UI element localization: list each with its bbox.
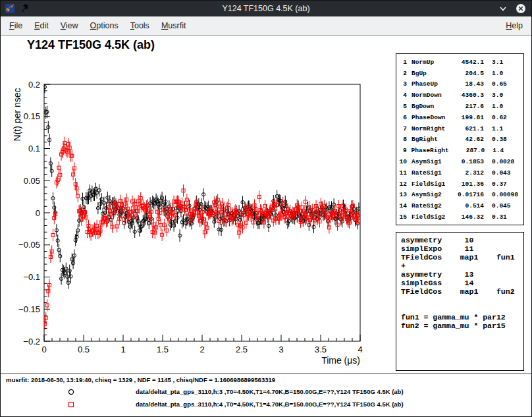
parameter-row: 7NormRight621.11.1 bbox=[396, 123, 523, 134]
legend-row: data/deltat_pta_gps_3110,h:3 ,T0=4.50K,T… bbox=[1, 387, 531, 398]
menu-edit[interactable]: Edit bbox=[28, 16, 55, 35]
svg-text:0: 0 bbox=[36, 208, 40, 218]
param-error: 0.045 bbox=[492, 202, 523, 209]
parameter-row: 11RateSig12.3120.043 bbox=[396, 167, 523, 179]
menu-musrfit[interactable]: Musrfit bbox=[155, 16, 192, 35]
svg-text:4: 4 bbox=[358, 345, 362, 354]
param-error: 0.0028 bbox=[492, 158, 523, 165]
parameter-row: 10AsymSig10.18530.0028 bbox=[396, 156, 523, 167]
param-value: 287.0 bbox=[449, 147, 485, 154]
param-number: 5 bbox=[396, 103, 407, 110]
param-number: 3 bbox=[396, 80, 407, 88]
theory-line: fun1 = gamma_mu * par12 bbox=[401, 313, 519, 321]
param-name: AsymSig1 bbox=[412, 158, 447, 165]
svg-text:0.15: 0.15 bbox=[24, 111, 40, 121]
param-name: PhaseRight bbox=[412, 147, 449, 154]
svg-text:−0.05: −0.05 bbox=[18, 240, 40, 250]
legend-label: data/deltat_pta_gps_3110,h:4 ,T0=4.50K,T… bbox=[136, 401, 404, 408]
svg-text:−0.15: −0.15 bbox=[18, 304, 40, 314]
svg-text:0.5: 0.5 bbox=[78, 345, 90, 354]
param-error: 3.0 bbox=[492, 92, 523, 99]
param-value: 0.1853 bbox=[447, 158, 484, 165]
theory-line: asymmetry 10 bbox=[401, 236, 519, 244]
param-error: 1.1 bbox=[492, 125, 523, 132]
menu-tools[interactable]: Tools bbox=[124, 16, 155, 35]
param-value: 42.62 bbox=[447, 136, 484, 143]
param-value: 0.514 bbox=[447, 202, 484, 209]
theory-line: simplExpo 11 bbox=[401, 244, 519, 253]
theory-line: asymmetry 13 bbox=[401, 270, 519, 279]
svg-text:0.05: 0.05 bbox=[24, 176, 40, 186]
theory-line bbox=[401, 296, 519, 304]
param-name: FieldSig2 bbox=[412, 213, 447, 221]
legend-row: data/deltat_pta_gps_3110,h:4 ,T0=4.50K,T… bbox=[1, 399, 531, 410]
param-value: 199.81 bbox=[447, 114, 484, 121]
theory-line: fun2 = gamma_mu * par15 bbox=[401, 321, 519, 330]
parameter-row: 1NormUp4542.13.1 bbox=[396, 57, 523, 68]
root-canvas[interactable]: Y124 TF150G 4.5K (ab) 00.511.522.533.54−… bbox=[1, 36, 531, 416]
param-number: 4 bbox=[396, 92, 407, 99]
param-error: 0.043 bbox=[492, 169, 523, 177]
svg-text:0.1: 0.1 bbox=[28, 144, 40, 153]
param-name: FieldSig1 bbox=[412, 181, 447, 188]
chevron-down-icon[interactable] bbox=[498, 3, 508, 14]
pin-icon[interactable] bbox=[20, 3, 30, 14]
footer-separator bbox=[1, 374, 531, 374]
param-name: BgUp bbox=[412, 70, 447, 77]
menu-options[interactable]: Options bbox=[84, 16, 124, 35]
param-number: 7 bbox=[396, 125, 407, 132]
parameter-row: 6PhaseDown199.810.62 bbox=[396, 112, 523, 123]
param-value: 2.312 bbox=[447, 169, 484, 177]
param-number: 11 bbox=[396, 169, 407, 177]
parameter-box[interactable]: 1NormUp4542.13.12BgUp204.51.03PhaseUp18.… bbox=[396, 53, 524, 225]
svg-text:Time (μs): Time (μs) bbox=[321, 355, 360, 366]
app-window: Y124 TF150G 4.5K (ab) FileEditViewOption… bbox=[0, 0, 532, 417]
param-name: RateSig1 bbox=[412, 169, 447, 177]
svg-text:0: 0 bbox=[41, 345, 46, 354]
menu-view[interactable]: View bbox=[55, 16, 84, 35]
param-value: 217.6 bbox=[447, 103, 484, 110]
theory-line: + bbox=[401, 262, 519, 270]
param-name: AsymSig2 bbox=[412, 191, 447, 198]
svg-text:0.2: 0.2 bbox=[28, 80, 40, 90]
parameter-row: 15FieldSig2146.320.31 bbox=[396, 211, 523, 223]
param-name: BgRight bbox=[412, 136, 447, 143]
param-name: NormUp bbox=[412, 59, 447, 66]
param-error: 0.62 bbox=[492, 114, 523, 121]
param-number: 9 bbox=[396, 147, 407, 154]
titlebar[interactable]: Y124 TF150G 4.5K (ab) bbox=[1, 1, 531, 16]
parameter-row: 3PhaseUp18.430.65 bbox=[396, 79, 523, 90]
theory-line bbox=[401, 304, 519, 313]
param-number: 14 bbox=[396, 202, 407, 209]
param-value: 204.5 bbox=[447, 70, 484, 77]
square-marker-icon bbox=[66, 400, 76, 409]
param-error: 1.4 bbox=[492, 147, 523, 154]
menubar: FileEditViewOptionsToolsMusrfit Help bbox=[1, 16, 531, 36]
param-error: 0.00098 bbox=[492, 191, 523, 198]
param-error: 1.0 bbox=[492, 103, 523, 110]
menu-file[interactable]: File bbox=[3, 16, 28, 35]
param-number: 6 bbox=[396, 114, 407, 121]
svg-text:3.5: 3.5 bbox=[315, 345, 327, 354]
param-number: 8 bbox=[396, 136, 407, 143]
param-name: NormRight bbox=[412, 125, 447, 132]
parameter-row: 14RateSig20.5140.045 bbox=[396, 200, 523, 211]
fit-status: musrfit: 2018-06-30, 13:19:40, chisq = 1… bbox=[6, 376, 275, 383]
param-name: BgDown bbox=[412, 103, 447, 110]
parameter-row: 12FieldSig1101.360.37 bbox=[396, 179, 523, 190]
close-icon[interactable] bbox=[516, 3, 526, 14]
param-number: 10 bbox=[396, 158, 407, 165]
parameter-row: 4NormDown4360.33.0 bbox=[396, 90, 523, 101]
param-error: 1.0 bbox=[492, 70, 523, 77]
svg-text:1: 1 bbox=[120, 345, 125, 354]
param-error: 0.37 bbox=[492, 181, 523, 188]
param-value: 146.32 bbox=[447, 213, 484, 221]
theory-box[interactable]: asymmetry 10simplExpo 11TFieldCos map1 f… bbox=[396, 232, 524, 371]
param-name: RateSig2 bbox=[412, 202, 447, 209]
param-value: 4542.1 bbox=[447, 59, 484, 66]
menu-help[interactable]: Help bbox=[500, 16, 529, 35]
theory-line: TFieldCos map1 fun1 bbox=[401, 253, 519, 262]
svg-text:−0.1: −0.1 bbox=[23, 272, 40, 282]
chart-area[interactable]: 00.511.522.533.54−0.2−0.15−0.1−0.0500.05… bbox=[1, 36, 396, 373]
svg-text:3: 3 bbox=[279, 345, 283, 354]
